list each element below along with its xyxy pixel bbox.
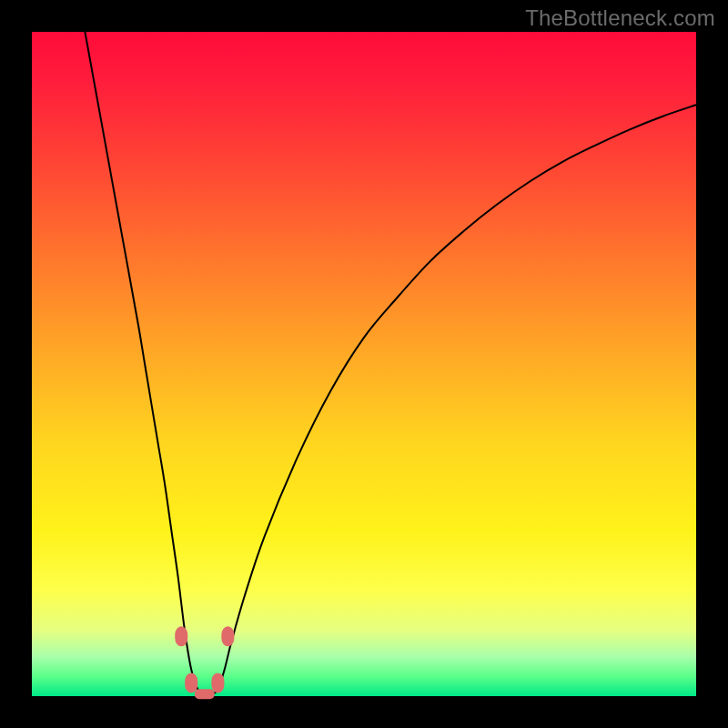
bottleneck-curve (85, 32, 696, 694)
curve-marker (175, 626, 187, 646)
curve-svg (32, 32, 696, 696)
watermark-text: TheBottleneck.com (525, 5, 715, 31)
curve-marker (221, 626, 234, 646)
curve-marker (185, 672, 197, 693)
curve-bottom-marker (195, 689, 215, 699)
curve-marker (211, 672, 224, 693)
chart-frame: TheBottleneck.com (0, 0, 728, 728)
plot-area (32, 32, 696, 696)
markers-group (175, 626, 234, 699)
